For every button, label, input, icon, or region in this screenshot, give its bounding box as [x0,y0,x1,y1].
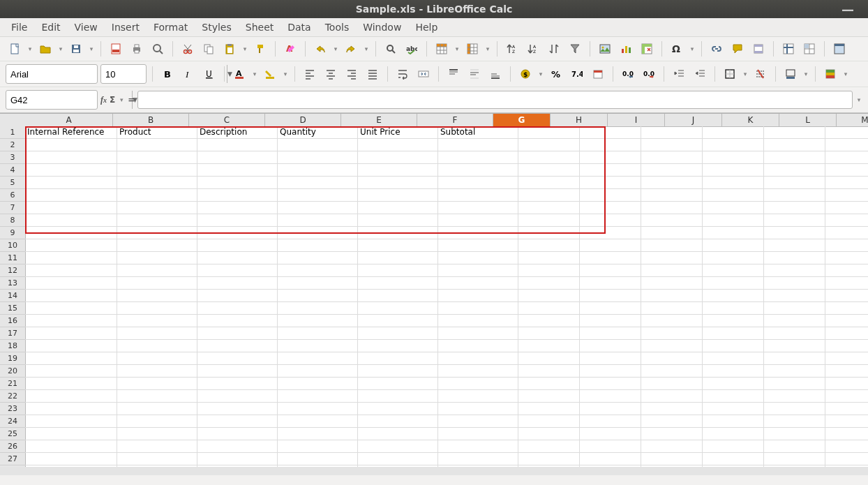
cell-L25[interactable] [825,428,868,440]
cell-A8[interactable] [25,214,117,226]
cell-J26[interactable] [703,440,764,452]
cell-C26[interactable] [197,440,278,452]
cell-F27[interactable] [438,453,518,465]
row-header-15[interactable]: 15 [0,302,25,315]
cell-H11[interactable] [580,252,641,264]
cell-B15[interactable] [117,302,197,314]
cell-H21[interactable] [580,378,641,389]
cell-L18[interactable] [825,340,868,352]
cell-C1[interactable]: Description [197,126,278,138]
row-header-26[interactable]: 26 [0,440,25,453]
pivot-icon[interactable] [638,40,656,58]
cell-B24[interactable] [117,415,197,427]
menu-help[interactable]: Help [411,20,442,34]
cell-C25[interactable] [197,428,278,440]
cell-L20[interactable] [825,365,868,377]
row-header-2[interactable]: 2 [0,139,25,151]
cell-E22[interactable] [358,390,438,402]
cell-K26[interactable] [764,440,825,452]
spellcheck-icon[interactable]: abc [403,40,421,58]
cell-A24[interactable] [25,415,117,427]
cell-K16[interactable] [764,315,825,327]
cell-D2[interactable] [278,139,358,151]
chart-icon[interactable] [617,40,635,58]
cell-G18[interactable] [518,340,580,352]
valign-top-icon[interactable] [444,65,463,83]
cell-K10[interactable] [764,239,825,251]
cell-J23[interactable] [703,403,764,415]
sum-dropdown-icon[interactable]: ▾ [118,96,125,103]
cell-F28[interactable] [438,465,518,467]
cell-J27[interactable] [703,453,764,465]
cell-L27[interactable] [825,453,868,465]
cell-I21[interactable] [641,378,703,389]
cell-K3[interactable] [764,151,825,163]
column-header-L[interactable]: L [779,114,837,126]
cell-J2[interactable] [703,139,764,151]
new-document-dropdown-icon[interactable]: ▾ [27,45,33,52]
row-header-11[interactable]: 11 [0,252,25,264]
italic-icon[interactable]: I [179,65,197,83]
cell-A5[interactable] [25,177,117,188]
highlight-icon[interactable] [261,65,279,83]
cell-J28[interactable] [703,465,764,467]
cell-H12[interactable] [580,264,641,276]
cell-F23[interactable] [438,403,518,415]
cell-J21[interactable] [703,378,764,389]
cell-F4[interactable] [438,164,518,176]
cell-I20[interactable] [641,365,703,377]
cell-J4[interactable] [703,164,764,176]
cell-G6[interactable] [518,189,580,201]
cell-I11[interactable] [641,252,703,264]
cell-L7[interactable] [825,202,868,214]
column-header-J[interactable]: J [665,114,722,126]
cell-K17[interactable] [764,327,825,339]
split-icon[interactable] [800,40,818,58]
cell-I7[interactable] [641,202,703,214]
cell-K9[interactable] [764,227,825,239]
cell-A7[interactable] [25,202,117,214]
cell-D11[interactable] [278,252,358,264]
cell-H2[interactable] [580,139,641,151]
cell-A23[interactable] [25,403,117,415]
row-headers[interactable]: 1234567891011121314151617181920212223242… [0,126,26,467]
cell-H26[interactable] [580,440,641,452]
cell-H9[interactable] [580,227,641,239]
cell-I19[interactable] [641,352,703,364]
cell-L9[interactable] [825,227,868,239]
menu-view[interactable]: View [70,20,102,34]
row-header-19[interactable]: 19 [0,352,25,365]
cell-L23[interactable] [825,403,868,415]
cell-F18[interactable] [438,340,518,352]
cell-F26[interactable] [438,440,518,452]
cell-H16[interactable] [580,315,641,327]
column-header-M[interactable]: M [837,114,868,126]
cell-G23[interactable] [518,403,580,415]
underline-icon[interactable]: U [200,65,218,83]
align-center-icon[interactable] [322,65,340,83]
cell-K28[interactable] [764,465,825,467]
cell-L1[interactable] [825,126,868,138]
cell-D5[interactable] [278,177,358,188]
add-decimal-icon[interactable]: 0.0 [619,65,637,83]
cell-D8[interactable] [278,214,358,226]
column-header-C[interactable]: C [189,114,265,126]
cell-F19[interactable] [438,352,518,364]
copy-icon[interactable] [200,40,218,58]
cell-J6[interactable] [703,189,764,201]
cell-H7[interactable] [580,202,641,214]
row-header-21[interactable]: 21 [0,378,25,390]
cell-K19[interactable] [764,352,825,364]
clear-format-icon[interactable]: A [281,40,299,58]
cell-B7[interactable] [117,202,197,214]
cell-A18[interactable] [25,340,117,352]
cell-L16[interactable] [825,315,868,327]
cell-A28[interactable] [25,465,117,467]
cell-K4[interactable] [764,164,825,176]
sum-button[interactable]: Σ [110,95,115,105]
row-header-13[interactable]: 13 [0,277,25,290]
indent-dec-icon[interactable] [670,65,688,83]
cell-E10[interactable] [358,239,438,251]
cell-F2[interactable] [438,139,518,151]
cell-L2[interactable] [825,139,868,151]
